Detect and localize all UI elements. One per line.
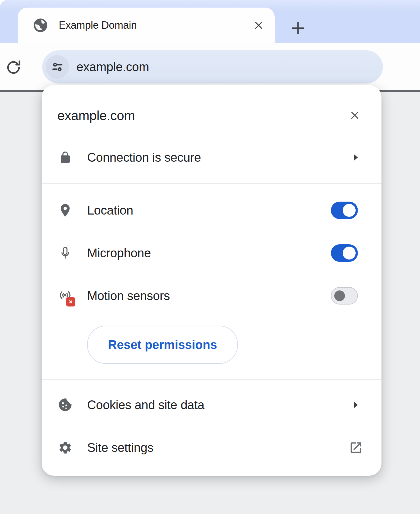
connection-secure-row[interactable]: Connection is secure bbox=[57, 141, 365, 174]
reset-permissions-button[interactable]: Reset permissions bbox=[87, 326, 238, 364]
cookies-row[interactable]: Cookies and site data bbox=[57, 388, 365, 422]
permission-row-microphone: Microphone bbox=[57, 236, 365, 270]
cookie-icon bbox=[57, 397, 73, 413]
url-text[interactable]: example.com bbox=[76, 60, 149, 74]
tab-close-icon[interactable] bbox=[252, 19, 265, 32]
reload-button[interactable] bbox=[4, 58, 23, 77]
permission-row-motion-sensors: Motion sensors bbox=[57, 279, 365, 313]
gear-icon bbox=[57, 440, 73, 456]
permission-row-location: Location bbox=[57, 193, 365, 227]
site-controls-button[interactable] bbox=[46, 55, 69, 79]
chevron-right-icon bbox=[350, 152, 361, 163]
divider bbox=[42, 379, 381, 380]
open-in-new-icon bbox=[349, 441, 363, 455]
location-pin-icon bbox=[57, 202, 73, 218]
chevron-right-icon bbox=[350, 399, 361, 411]
browser-tab[interactable]: Example Domain bbox=[18, 8, 275, 43]
cookies-label: Cookies and site data bbox=[87, 398, 204, 412]
tab-strip: Example Domain bbox=[0, 0, 420, 43]
address-bar[interactable]: example.com bbox=[42, 50, 383, 84]
connection-secure-label: Connection is secure bbox=[87, 150, 201, 164]
blocked-badge-icon bbox=[66, 297, 75, 306]
motion-sensors-icon bbox=[57, 288, 73, 304]
microphone-label: Microphone bbox=[87, 246, 151, 260]
location-label: Location bbox=[87, 203, 133, 217]
microphone-toggle[interactable] bbox=[331, 244, 358, 262]
motion-sensors-toggle[interactable] bbox=[331, 287, 358, 305]
microphone-icon bbox=[57, 245, 73, 261]
browser-toolbar: example.com bbox=[0, 43, 420, 91]
motion-sensors-label: Motion sensors bbox=[87, 289, 170, 303]
browser-window: Example Domain bbox=[0, 0, 420, 514]
tab-strip-backdrop: Example Domain bbox=[0, 0, 420, 43]
popup-title: example.com bbox=[57, 108, 135, 123]
site-info-popup: example.com Connection is secure bbox=[42, 85, 381, 476]
popup-header: example.com bbox=[57, 98, 365, 132]
site-settings-label: Site settings bbox=[87, 441, 153, 455]
popup-close-icon[interactable] bbox=[348, 109, 361, 122]
site-settings-row[interactable]: Site settings bbox=[57, 431, 365, 465]
tab-title: Example Domain bbox=[59, 19, 137, 31]
globe-favicon-icon bbox=[32, 17, 49, 33]
tune-icon bbox=[50, 60, 65, 74]
new-tab-button[interactable] bbox=[289, 19, 307, 37]
location-toggle[interactable] bbox=[331, 202, 358, 219]
divider bbox=[42, 183, 381, 184]
lock-icon bbox=[57, 150, 73, 165]
